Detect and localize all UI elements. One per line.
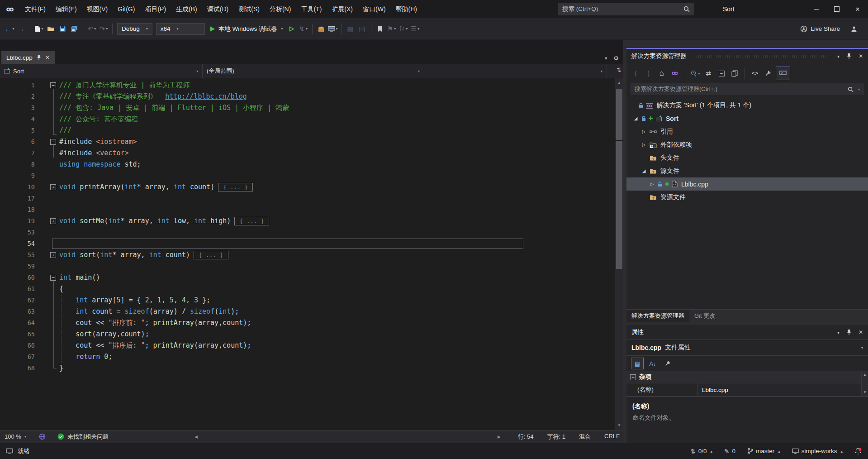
- collapsed-region-box[interactable]: { ... }: [234, 217, 269, 225]
- close-button[interactable]: ✕: [847, 0, 868, 18]
- navigate-back-icon[interactable]: ←▾: [4, 23, 15, 35]
- toolbar-options-icon[interactable]: ☰▾: [410, 23, 421, 35]
- menu-item-2[interactable]: 视图(V): [82, 0, 113, 18]
- maximize-button[interactable]: [826, 0, 847, 18]
- global-search-input[interactable]: 搜索 (Ctrl+Q): [558, 3, 694, 15]
- menu-item-4[interactable]: 项目(P): [140, 0, 171, 18]
- collapse-group-icon[interactable]: −: [630, 374, 636, 380]
- grid-scrollbar[interactable]: ▲ ▼: [861, 371, 868, 396]
- attach-debugger-icon[interactable]: ↯▾: [298, 23, 309, 35]
- save-all-icon[interactable]: [69, 23, 80, 35]
- save-icon[interactable]: [57, 23, 68, 35]
- search-options-icon[interactable]: ▾: [858, 87, 860, 91]
- pending-changes-filter-icon[interactable]: ▾: [690, 67, 701, 79]
- tree-item-1[interactable]: ◢Sort: [626, 112, 868, 125]
- code-text[interactable]: using namespace std;: [59, 159, 141, 170]
- menu-item-12[interactable]: 帮助(H): [391, 0, 422, 18]
- notifications-bell-button[interactable]: [854, 448, 862, 455]
- feedback-person-icon[interactable]: [849, 23, 859, 35]
- open-folder-icon[interactable]: [45, 23, 56, 35]
- tree-item-3[interactable]: ▷外部依赖项: [626, 138, 868, 151]
- collapse-node-icon[interactable]: ◢: [641, 168, 647, 173]
- close-icon[interactable]: ✕: [859, 329, 863, 335]
- code-text[interactable]: cout << "排序后: "; printArray(array,count)…: [59, 340, 251, 351]
- code-text[interactable]: {: [59, 283, 63, 295]
- tree-item-7[interactable]: 资源文件: [626, 191, 868, 204]
- intellisense-globe-icon[interactable]: [39, 433, 46, 440]
- property-row-name[interactable]: (名称) Lblbc.cpp▾: [626, 383, 868, 397]
- scroll-down-icon[interactable]: ▼: [862, 390, 868, 394]
- code-text[interactable]: /// 厦门大学计算机专业 | 前华为工程师: [59, 80, 190, 91]
- vertical-scrollbar[interactable]: ▲ ▼: [615, 78, 623, 430]
- split-editor-handle[interactable]: ⇅: [617, 67, 621, 73]
- char-indicator[interactable]: 字符: 1: [547, 433, 565, 441]
- menu-item-11[interactable]: 窗口(W): [358, 0, 391, 18]
- code-text[interactable]: #include <vector>: [59, 148, 129, 159]
- menu-item-6[interactable]: 调试(D): [202, 0, 233, 18]
- switch-views-icon[interactable]: [669, 67, 680, 79]
- pin-icon[interactable]: [847, 53, 851, 59]
- live-share-button[interactable]: Live Share: [800, 25, 840, 33]
- pending-edits-button[interactable]: ✎0: [724, 448, 735, 455]
- flag-outline-icon[interactable]: ⚐▾: [398, 23, 409, 35]
- preview-selected-items-icon[interactable]: [776, 67, 790, 80]
- code-text[interactable]: /// 专注《零基础学编程系列》 http://lblbc.cn/blog: [59, 91, 247, 102]
- code-text[interactable]: #include <iostream>: [59, 136, 137, 148]
- solution-explorer-search-input[interactable]: 搜索解决方案资源管理器(Ctrl+;) ▾: [631, 83, 864, 95]
- expand-region-icon[interactable]: +: [50, 218, 56, 224]
- view-code-icon[interactable]: <>: [749, 67, 760, 79]
- code-editor[interactable]: 1−/// 厦门大学计算机专业 | 前华为工程师2/// 专注《零基础学编程系列…: [0, 78, 623, 430]
- properties-object-dropdown[interactable]: Lblbc.cpp 文件属性 ▾: [626, 339, 868, 356]
- code-text[interactable]: /// 包含: Java | 安卓 | 前端 | Flutter | iOS |…: [59, 102, 289, 114]
- preview-monitor-icon[interactable]: ▾: [327, 23, 338, 35]
- code-text[interactable]: return 0;: [59, 351, 112, 363]
- tab-solution-explorer[interactable]: 解决方案资源管理器: [626, 310, 689, 322]
- code-text[interactable]: void printArray(int* array, int count){ …: [59, 182, 253, 193]
- menu-item-8[interactable]: 分析(N): [265, 0, 296, 18]
- home-icon[interactable]: ⌂: [656, 67, 667, 79]
- memory-layout-icon[interactable]: ▤: [357, 23, 368, 35]
- expand-region-icon[interactable]: +: [50, 252, 56, 258]
- window-position-dropdown-icon[interactable]: ▾: [837, 54, 840, 59]
- code-text[interactable]: int count = sizeof(array) / sizeof(int);: [59, 306, 239, 317]
- code-text[interactable]: int array[5] = { 2, 1, 5, 4, 3 };: [59, 295, 210, 306]
- eol-indicator[interactable]: CRLF: [604, 433, 620, 441]
- code-text[interactable]: int main(): [59, 272, 100, 283]
- pin-icon[interactable]: [847, 329, 851, 335]
- flag-icon[interactable]: ⚑▾: [386, 23, 397, 35]
- code-text[interactable]: /// 公众号: 蓝不蓝编程: [59, 114, 138, 125]
- redo-icon[interactable]: ↷▾: [98, 23, 109, 35]
- tree-item-6[interactable]: ▷Lblbc.cpp: [626, 177, 868, 191]
- menu-item-9[interactable]: 工具(T): [296, 0, 327, 18]
- collapse-region-icon[interactable]: −: [50, 139, 56, 145]
- expand-node-icon[interactable]: ▷: [641, 129, 647, 134]
- collapsed-region-box[interactable]: { ... }: [194, 251, 228, 259]
- navigate-forward-icon[interactable]: →: [16, 23, 27, 35]
- properties-wrench-icon[interactable]: [763, 67, 773, 79]
- collapse-node-icon[interactable]: ◢: [633, 116, 639, 121]
- tab-close-icon[interactable]: ✕: [45, 54, 50, 61]
- encoding-indicator[interactable]: 混合: [579, 433, 591, 441]
- tab-lblbc-cpp[interactable]: Lblbc.cpp ✕: [1, 51, 55, 64]
- code-text[interactable]: ///: [59, 125, 71, 136]
- close-icon[interactable]: ✕: [859, 53, 863, 59]
- menu-item-10[interactable]: 扩展(X): [327, 0, 358, 18]
- property-group-misc[interactable]: − 杂项: [626, 371, 868, 383]
- start-debugging-button[interactable]: 本地 Windows 调试器▾: [209, 25, 283, 33]
- solution-platforms-dropdown[interactable]: x64▾: [156, 23, 205, 35]
- code-text[interactable]: }: [59, 363, 63, 374]
- sync-with-active-document-icon[interactable]: ⇄: [703, 67, 714, 79]
- active-files-dropdown-icon[interactable]: ▾: [605, 56, 607, 61]
- zoom-level-dropdown[interactable]: 100 %▾: [5, 433, 26, 440]
- menu-item-3[interactable]: Git(G): [113, 0, 140, 18]
- minimize-button[interactable]: [806, 0, 826, 18]
- scroll-right-icon[interactable]: ▶: [498, 435, 501, 439]
- git-branch-button[interactable]: master▴: [747, 448, 780, 454]
- new-file-icon[interactable]: ▾: [33, 23, 44, 35]
- code-text[interactable]: void sort(int* array, int count){ ... }: [59, 249, 228, 261]
- forward-icon[interactable]: ⟩: [643, 67, 654, 79]
- output-monitor-icon[interactable]: [6, 448, 13, 454]
- tab-settings-gear-icon[interactable]: ⚙: [613, 55, 619, 62]
- solution-configurations-dropdown[interactable]: Debug▾: [117, 23, 152, 35]
- undo-icon[interactable]: ↶▾: [86, 23, 97, 35]
